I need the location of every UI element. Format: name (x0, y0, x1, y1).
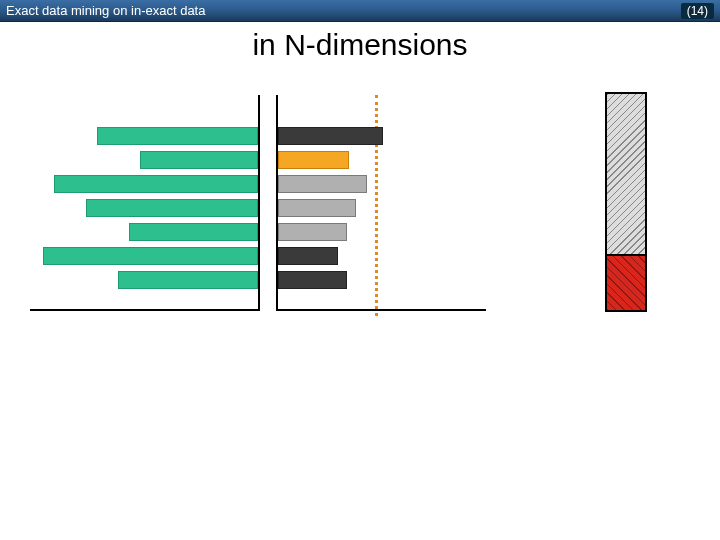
left-chart-y-axis (258, 95, 260, 310)
stacked-seg-gray (607, 94, 645, 256)
mid-bar (278, 127, 383, 145)
left-bar (86, 199, 258, 217)
mid-bar (278, 175, 367, 193)
page-number-badge: (14) (681, 3, 714, 19)
stacked-seg-red (607, 256, 645, 310)
left-chart-x-axis (30, 309, 260, 311)
left-bar (97, 127, 258, 145)
mid-mixed-chart (276, 95, 486, 310)
left-bar (54, 175, 258, 193)
left-bar (43, 247, 258, 265)
left-bar (140, 151, 258, 169)
mid-bar (278, 199, 356, 217)
mid-bar (278, 271, 347, 289)
chart-stage (0, 70, 720, 540)
title-bar-text: Exact data mining on in-exact data (6, 3, 205, 18)
left-bar (118, 271, 258, 289)
mid-chart-x-axis (276, 309, 486, 311)
mid-bar (278, 247, 338, 265)
left-green-chart (30, 95, 260, 310)
mid-bar (278, 151, 349, 169)
slide-title: in N-dimensions (0, 28, 720, 62)
title-bar: Exact data mining on in-exact data (14) (0, 0, 720, 22)
left-bar (129, 223, 258, 241)
mid-bar (278, 223, 347, 241)
right-stacked-column (605, 92, 647, 312)
